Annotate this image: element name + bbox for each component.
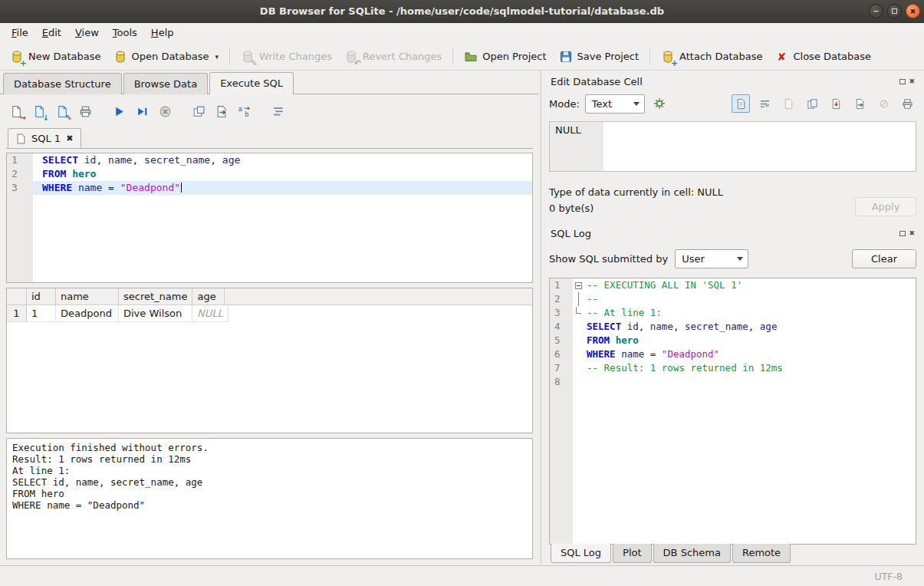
close-database-button[interactable]: ✘ Close Database [769, 47, 876, 67]
dock-close-icon[interactable]: ✖ [909, 230, 915, 237]
table-row[interactable]: 11DeadpondDive WilsonNULL [7, 305, 532, 322]
svg-text:b: b [245, 110, 249, 117]
table-cell[interactable]: 1 [27, 305, 56, 322]
code-line[interactable]: 2FROM hero [7, 167, 532, 181]
execute-current-line-button[interactable] [132, 101, 152, 121]
menu-edit[interactable]: Edit [35, 23, 68, 43]
new-database-icon: + [10, 50, 24, 64]
fold-marker[interactable] [573, 278, 584, 292]
dock-float-icon[interactable] [899, 231, 906, 236]
revert-changes-icon: ↶ [344, 50, 358, 64]
import-cell-icon[interactable] [827, 94, 845, 113]
dock-tab-plot[interactable]: Plot [613, 544, 652, 563]
save-sql-as-button[interactable]: ✎ [52, 101, 72, 121]
sql-toolbar: ↪ ↓ ✎ [6, 100, 533, 122]
sql-editor-lines[interactable]: 1SELECT id, name, secret_name, age2FROM … [6, 153, 533, 283]
line-number: 2 [7, 167, 33, 181]
column-header-secret_name[interactable]: secret_name [119, 288, 192, 305]
svg-text:a: a [238, 105, 242, 113]
tab-execute-sql[interactable]: Execute SQL [209, 72, 294, 94]
text-mode-icon[interactable] [732, 94, 750, 113]
attach-database-button[interactable]: + Attach Database [656, 47, 768, 67]
dock-close-icon[interactable]: ✖ [909, 78, 915, 85]
export-cell-icon[interactable] [850, 94, 869, 113]
column-header-id[interactable]: id [27, 288, 56, 305]
row-number[interactable]: 1 [7, 305, 27, 322]
export-results-button[interactable] [212, 101, 232, 121]
sql-tab-1[interactable]: SQL 1 ✖ [8, 128, 81, 148]
dock-tab-db-schema[interactable]: DB Schema [653, 544, 731, 563]
column-header-name[interactable]: name [56, 288, 119, 305]
edit-cell-title: Edit Database Cell [551, 76, 899, 87]
column-header-age[interactable]: age [192, 288, 225, 305]
print-sql-button[interactable] [75, 101, 95, 121]
log-filter-combobox[interactable]: User [675, 249, 748, 268]
open-database-button[interactable]: Open Database ▾ [108, 47, 224, 67]
code-line[interactable]: 7-- Result: 1 rows returned in 12ms [550, 361, 916, 375]
save-project-button[interactable]: Save Project [554, 47, 645, 67]
encoding-indicator[interactable]: UTF-8 [875, 571, 903, 582]
window-controls: − ✖ [869, 0, 920, 22]
code-line[interactable]: 2-- [550, 292, 916, 306]
new-sql-tab-button[interactable] [189, 101, 209, 121]
open-sql-file-button[interactable]: ↪ [6, 101, 26, 121]
table-cell[interactable]: Deadpond [56, 305, 119, 322]
line-number: 8 [550, 375, 573, 389]
sql-tab-label: SQL 1 [31, 133, 61, 144]
close-button[interactable]: ✖ [906, 4, 920, 18]
cell-type-text: Type of data currently in cell: NULL [549, 184, 723, 200]
main-tabbar: Database Structure Browse Data Execute S… [0, 71, 539, 94]
mode-settings-button[interactable] [650, 94, 669, 113]
menu-file[interactable]: File [5, 23, 35, 43]
copy-cell-icon[interactable] [803, 94, 821, 113]
header-filler [225, 288, 532, 305]
code-line[interactable]: 3-- At line 1: [550, 306, 916, 320]
sql-log-lines[interactable]: 1-- EXECUTING ALL IN 'SQL 1'2--3-- At li… [549, 278, 916, 545]
cell-editor[interactable]: NULL [549, 121, 916, 172]
toolbar-separator [229, 48, 230, 65]
word-wrap-icon[interactable] [755, 94, 774, 113]
results-rows: 11DeadpondDive WilsonNULL [7, 305, 532, 322]
code-line[interactable]: 4SELECT id, name, secret_name, age [550, 320, 916, 334]
table-cell[interactable]: Dive Wilson [119, 305, 192, 322]
tab-database-structure[interactable]: Database Structure [3, 73, 122, 94]
menu-help[interactable]: Help [144, 23, 181, 43]
fold-marker [573, 375, 584, 389]
code-line[interactable]: 5FROM hero [550, 334, 916, 347]
fold-marker [573, 292, 584, 306]
clear-log-button[interactable]: Clear [852, 249, 916, 268]
find-replace-button[interactable]: ab [235, 101, 255, 121]
tab-browse-data[interactable]: Browse Data [123, 73, 209, 94]
execute-all-button[interactable] [109, 101, 129, 121]
dock-float-icon[interactable] [899, 79, 906, 84]
tab-close-icon[interactable]: ✖ [66, 133, 73, 143]
code-line[interactable]: 6WHERE name = "Deadpond" [550, 347, 916, 361]
code-line[interactable]: 1SELECT id, name, secret_name, age [7, 153, 532, 167]
open-project-button[interactable]: Open Project [459, 47, 551, 67]
save-sql-file-button[interactable]: ↓ [29, 101, 49, 121]
log-filter-label: Show SQL submitted by [549, 253, 668, 265]
print-cell-icon[interactable] [898, 94, 916, 113]
line-number: 1 [7, 153, 33, 167]
code-line[interactable]: 1-- EXECUTING ALL IN 'SQL 1' [550, 278, 916, 292]
minimize-button[interactable]: − [869, 4, 883, 18]
dock-tab-remote[interactable]: Remote [732, 544, 791, 563]
code-line[interactable]: 8 [550, 375, 916, 389]
new-database-button[interactable]: + New Database [5, 47, 107, 67]
cell-info-row: Type of data currently in cell: NULL 0 b… [549, 179, 916, 216]
open-database-dropdown-icon[interactable]: ▾ [215, 53, 219, 61]
execute-sql-pane: Database Structure Browse Data Execute S… [0, 71, 539, 565]
format-sql-button[interactable] [268, 101, 288, 121]
results-table: idnamesecret_nameage 11DeadpondDive Wils… [6, 288, 533, 433]
line-number: 7 [550, 361, 573, 375]
maximize-button[interactable] [887, 4, 902, 18]
table-cell[interactable]: NULL [192, 305, 229, 322]
code-line[interactable]: 3WHERE name = "Deadpond" [7, 181, 532, 195]
menubar: File Edit View Tools Help [0, 23, 924, 43]
menu-view[interactable]: View [68, 23, 106, 43]
mode-combobox[interactable]: Text [585, 94, 645, 114]
window-titlebar: DB Browser for SQLite - /home/user/code/… [0, 0, 924, 23]
results-header: idnamesecret_nameage [7, 288, 532, 305]
menu-tools[interactable]: Tools [106, 23, 144, 43]
dock-tab-sql-log[interactable]: SQL Log [551, 544, 611, 563]
